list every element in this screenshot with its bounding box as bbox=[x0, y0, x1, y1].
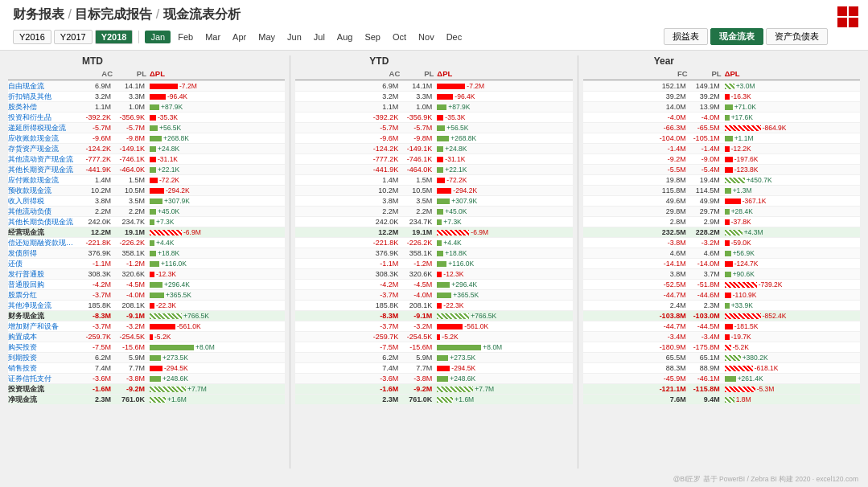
year-row-22: -103.8M -103.0M -852.4K bbox=[583, 311, 860, 321]
mtd-pl-15: -226.2K bbox=[113, 239, 146, 247]
mtd-delta-1: -96.4K bbox=[146, 92, 285, 100]
year-2017-btn[interactable]: Y2017 bbox=[54, 30, 93, 44]
month-jun-btn[interactable]: Jun bbox=[282, 31, 306, 43]
mtd-pl-1: 3.3M bbox=[113, 92, 146, 100]
row-name-9[interactable]: 应付账款现金流 bbox=[8, 175, 79, 186]
ytd-pl-6: -149.1K bbox=[400, 145, 434, 153]
month-sep-btn[interactable]: Sep bbox=[360, 31, 385, 43]
month-aug-btn[interactable]: Aug bbox=[332, 31, 358, 43]
row-name-4[interactable]: 递延所得税现金流 bbox=[8, 123, 79, 133]
row-name-8[interactable]: 其他长期资产现金流 bbox=[8, 165, 79, 175]
view-balance-btn[interactable]: 资产负债表 bbox=[766, 28, 828, 45]
row-name-22: 财务现金流 bbox=[8, 311, 79, 321]
mtd-delta-24: -5.2K bbox=[146, 333, 285, 341]
mtd-row-7: 其他流动资产现金流 -777.2K -746.1K -31.1K bbox=[8, 154, 285, 165]
year-fc-16: 4.6M bbox=[654, 249, 688, 257]
year-section: Year FC PL ΔPL 152.1M 149.1M +3.0M 39.2M… bbox=[583, 55, 860, 469]
year-pl-21: 2.3M bbox=[688, 301, 722, 309]
row-name-15[interactable]: 偿还短期融资款现金流 bbox=[8, 238, 79, 248]
year-delta-0: +3.0M bbox=[722, 82, 860, 90]
ytd-row-26: 6.2M 5.9M +273.5K bbox=[295, 353, 572, 363]
mtd-pl-9: 1.5M bbox=[113, 176, 146, 184]
row-name-21[interactable]: 其他净现金流 bbox=[8, 301, 79, 311]
row-name-13[interactable]: 其他长期负债现金流 bbox=[8, 217, 79, 227]
ytd-section: YTD AC PL ΔPL 6.9M 14.1M -7.2M 3.2M 3.3M… bbox=[295, 55, 572, 469]
month-apr-btn[interactable]: Apr bbox=[228, 31, 251, 43]
row-name-17[interactable]: 还债 bbox=[8, 259, 79, 269]
year-pl-9: 19.4M bbox=[688, 176, 722, 184]
row-name-12[interactable]: 其他流动负债 bbox=[8, 207, 79, 217]
year-row-5: -104.0M -105.1M +1.1M bbox=[583, 133, 860, 144]
year-fc-29: -121.1M bbox=[654, 385, 688, 393]
row-name-18[interactable]: 发行普通股 bbox=[8, 269, 79, 280]
ytd-delta-16: +18.8K bbox=[434, 249, 572, 257]
row-name-20[interactable]: 股票分红 bbox=[8, 290, 79, 301]
month-jul-btn[interactable]: Jul bbox=[309, 31, 330, 43]
ytd-delta-9: -72.2K bbox=[434, 176, 572, 184]
row-name-11[interactable]: 收入所得税 bbox=[8, 196, 79, 207]
mtd-ac-18: 308.3K bbox=[79, 270, 113, 278]
ytd-ac-18: 308.3K bbox=[366, 270, 400, 278]
view-cashflow-btn[interactable]: 现金流表 bbox=[710, 28, 763, 45]
ytd-row-18: 308.3K 320.6K -12.3K bbox=[295, 269, 572, 280]
mtd-delta-4: +56.5K bbox=[146, 124, 285, 132]
year-row-11: 49.6M 49.9M -367.1K bbox=[583, 196, 860, 207]
row-name-6[interactable]: 存货资产现金流 bbox=[8, 144, 79, 154]
ytd-ac-23: -3.7M bbox=[366, 322, 400, 330]
mtd-row-21: 其他净现金流 185.8K 208.1K -22.3K bbox=[8, 301, 285, 311]
ytd-pl-2: 1.0M bbox=[400, 103, 434, 111]
mtd-row-25: 购买投资 -7.5M -15.6M +8.0M bbox=[8, 342, 285, 353]
row-name-23[interactable]: 增加财产和设备 bbox=[8, 321, 79, 332]
mtd-ac-23: -3.7M bbox=[79, 322, 113, 330]
row-name-28[interactable]: 证券信托支付 bbox=[8, 374, 79, 384]
footer: @BI匠罗 基于 PowerBI / Zebra BI 构建 2020 · ex… bbox=[673, 475, 858, 485]
ytd-pl-18: 320.6K bbox=[400, 270, 434, 278]
year-pl-2: 13.9M bbox=[688, 103, 722, 111]
year-fc-19: -52.5M bbox=[654, 280, 688, 289]
ytd-delta-14: -6.9M bbox=[434, 228, 572, 236]
row-name-24[interactable]: 购置成本 bbox=[8, 332, 79, 342]
view-income-btn[interactable]: 损益表 bbox=[664, 28, 708, 45]
row-name-16[interactable]: 发债所得 bbox=[8, 248, 79, 259]
row-name-2[interactable]: 股类补偿 bbox=[8, 102, 79, 113]
year-delta-10: +1.3M bbox=[722, 186, 860, 194]
year-2016-btn[interactable]: Y2016 bbox=[13, 30, 51, 44]
row-name-1[interactable]: 折扣销及其他 bbox=[8, 92, 79, 102]
row-name-5[interactable]: 应收账款现金流 bbox=[8, 133, 79, 144]
month-may-btn[interactable]: May bbox=[253, 31, 280, 43]
year-row-26: 65.5M 65.1M +380.2K bbox=[583, 353, 860, 363]
row-name-25[interactable]: 购买投资 bbox=[8, 342, 79, 353]
mtd-row-20: 股票分红 -3.7M -4.0M +365.5K bbox=[8, 290, 285, 301]
ytd-delta-6: +24.8K bbox=[434, 145, 572, 153]
ytd-title: YTD bbox=[295, 55, 572, 67]
row-name-3[interactable]: 投资和衍生品 bbox=[8, 113, 79, 123]
mtd-row-14: 经营现金流 12.2M 19.1M -6.9M bbox=[8, 227, 285, 238]
ytd-pl-17: -1.2M bbox=[400, 260, 434, 268]
row-name-7[interactable]: 其他流动资产现金流 bbox=[8, 154, 79, 165]
month-dec-btn[interactable]: Dec bbox=[442, 31, 467, 43]
year-fc-30: 7.6M bbox=[654, 395, 688, 403]
year-2018-btn[interactable]: Y2018 bbox=[95, 30, 134, 44]
year-fc-15: -3.8M bbox=[654, 239, 688, 247]
month-oct-btn[interactable]: Oct bbox=[388, 31, 411, 43]
ytd-row-3: -392.2K -356.9K -35.3K bbox=[295, 113, 572, 123]
month-jan-btn[interactable]: Jan bbox=[145, 31, 171, 43]
month-feb-btn[interactable]: Feb bbox=[173, 31, 198, 43]
row-name-10[interactable]: 预收款现金流 bbox=[8, 186, 79, 196]
row-name-26[interactable]: 到期投资 bbox=[8, 353, 79, 363]
ytd-pl-3: -356.9K bbox=[400, 113, 434, 121]
year-delta-4: -864.9K bbox=[722, 124, 860, 132]
ytd-delta-30: +1.6M bbox=[434, 395, 572, 403]
ytd-delta-13: +7.3K bbox=[434, 218, 572, 226]
row-name-27[interactable]: 销售投资 bbox=[8, 363, 79, 374]
mtd-row-3: 投资和衍生品 -392.2K -356.9K -35.3K bbox=[8, 113, 285, 123]
year-pl-22: -103.0M bbox=[688, 312, 722, 320]
year-delta-24: -19.7K bbox=[722, 333, 860, 341]
ytd-pl-16: 358.1K bbox=[400, 249, 434, 257]
row-name-0[interactable]: 自由现金流 bbox=[8, 81, 79, 92]
row-name-19[interactable]: 普通股回购 bbox=[8, 280, 79, 290]
month-mar-btn[interactable]: Mar bbox=[200, 31, 225, 43]
year-title: Year bbox=[583, 55, 860, 67]
year-delta-5: +1.1M bbox=[722, 134, 860, 142]
month-nov-btn[interactable]: Nov bbox=[413, 31, 439, 43]
